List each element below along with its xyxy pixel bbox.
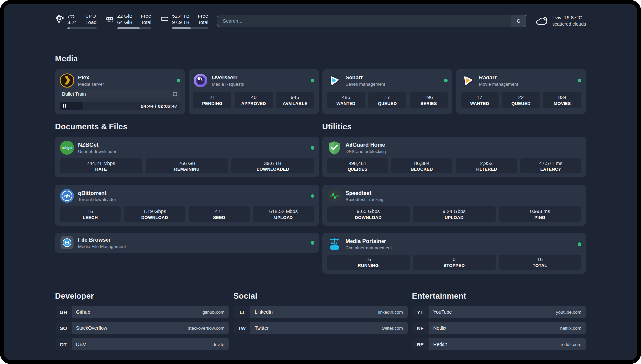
stat-value: 9.24 Gbps xyxy=(443,208,466,214)
bookmark-abbr: NF xyxy=(412,322,429,334)
bookmark-netflix[interactable]: NF Netflix netflix.com xyxy=(412,322,586,334)
disk-free-value: 52.4 TB xyxy=(172,13,189,19)
app-subtitle: Usenet downloader xyxy=(78,149,116,154)
plex-card[interactable]: Plex Media server Bullet Train xyxy=(55,69,185,114)
speedtest-icon xyxy=(327,189,342,203)
cpu-widget: 7% 3.24 CPU Load xyxy=(55,13,97,29)
stat-label: LATENCY xyxy=(540,167,561,172)
stat-label: RUNNING xyxy=(358,263,379,268)
ram-total-value: 64 GiB xyxy=(117,19,133,25)
app-subtitle: Media server xyxy=(78,81,104,87)
bookmark-youtube[interactable]: YT YouTube youtube.com xyxy=(412,306,586,318)
playback-time: 24:44 / 02:06:47 xyxy=(141,103,177,109)
utilities-section-title: Utilities xyxy=(322,122,586,131)
app-subtitle: Media Requests xyxy=(212,81,244,87)
filebrowser-icon xyxy=(60,235,74,250)
dashboard: 7% 3.24 CPU Load xyxy=(4,4,637,360)
stat-label: LEECH xyxy=(83,215,98,220)
bookmark-url: github.com xyxy=(202,310,224,315)
stat-box: 196 SERIES xyxy=(410,92,447,108)
stat-label: SERIES xyxy=(420,101,437,106)
disk-total-label: Total xyxy=(198,19,208,25)
stat-value: 40 xyxy=(251,94,257,100)
developer-bookmarks: Developer GH Github github.com SO StackO… xyxy=(55,291,229,354)
ram-progress-fill xyxy=(117,27,140,29)
bookmark-twitter[interactable]: TW Twitter twitter.com xyxy=(233,322,407,334)
stat-value: 86,384 xyxy=(414,160,430,166)
stat-label: WANTED xyxy=(336,101,355,106)
app-subtitle: DNS and adblocking xyxy=(346,149,386,154)
topbar-divider xyxy=(55,34,586,34)
cpu-load-label: Load xyxy=(85,19,96,25)
disk-widget: 52.4 TB 97.9 TB Free Total xyxy=(160,13,208,29)
radarr-card[interactable]: Radarr Movie management 17 WANTED 22 QUE… xyxy=(456,69,586,114)
bookmark-name: Github xyxy=(76,309,90,315)
qbittorrent-card[interactable]: qb qBittorrent Torrent downloader 16 LEE… xyxy=(55,185,319,226)
status-dot xyxy=(311,146,314,150)
stat-label: REMAINING xyxy=(174,167,199,172)
bookmark-linkedin[interactable]: LI LinkedIn linkedin.com xyxy=(233,306,407,318)
bookmark-dev[interactable]: DT DEV dev.to xyxy=(55,338,229,350)
stat-label: PING xyxy=(534,215,545,220)
filebrowser-card[interactable]: File Browser Media File Management xyxy=(55,233,319,253)
app-name: qBittorrent xyxy=(78,190,116,196)
stat-box: 498,461 QUERIES xyxy=(327,158,388,173)
bookmark-abbr: SO xyxy=(55,322,72,334)
nzbget-card[interactable]: nzbget NZBGet Usenet downloader 744.21 M… xyxy=(55,136,319,177)
disk-progress-bar xyxy=(172,27,208,29)
stat-box: 834 MOVIES xyxy=(543,92,581,108)
stat-value: 618.52 Mbps xyxy=(269,208,298,214)
stat-label: WANTED xyxy=(470,101,489,106)
stat-box: 21 PENDING xyxy=(193,92,231,108)
overseerr-icon xyxy=(193,73,208,88)
stat-label: SEED xyxy=(213,215,225,220)
stat-value: 17 xyxy=(384,94,390,100)
stat-label: PENDING xyxy=(202,101,222,106)
cpu-progress-bar xyxy=(67,27,97,29)
stat-label: STOPPED xyxy=(443,263,465,268)
ram-icon xyxy=(105,14,114,23)
stat-box: 47.571 ms LATENCY xyxy=(520,158,581,173)
stat-box: 9.65 Gbps DOWNLOAD xyxy=(327,206,410,222)
search-engine-button[interactable]: G xyxy=(511,15,526,27)
stat-box: 16 RUNNING xyxy=(327,255,410,270)
bookmark-abbr: GH xyxy=(55,306,72,318)
svg-text:nzbget: nzbget xyxy=(62,146,73,150)
stat-box: 16 LEECH xyxy=(60,206,121,222)
disk-progress-fill xyxy=(172,27,191,29)
bookmark-name: StackOverflow xyxy=(76,325,107,331)
sonarr-icon xyxy=(327,73,342,88)
stat-value: 0 xyxy=(453,257,455,262)
stat-box: 40 APPROVED xyxy=(235,92,273,108)
bookmark-github[interactable]: GH Github github.com xyxy=(55,306,229,318)
ram-free-value: 22 GiB xyxy=(117,13,133,19)
ram-progress-bar xyxy=(117,27,152,29)
stat-value: 2,953 xyxy=(480,160,493,166)
bookmark-url: linkedin.com xyxy=(378,310,403,315)
status-dot xyxy=(311,79,314,82)
bookmark-url: reddit.com xyxy=(561,342,581,347)
bookmark-name: YouTube xyxy=(433,309,452,315)
playback-progress-track: 24:44 / 02:06:47 xyxy=(60,102,180,110)
overseerr-card[interactable]: Overseerr Media Requests 21 PENDING 40 A… xyxy=(189,69,319,114)
status-dot xyxy=(311,241,314,245)
search-input[interactable] xyxy=(217,15,511,27)
app-name: Media Portainer xyxy=(346,238,392,244)
stat-label: RATE xyxy=(95,167,107,172)
stat-value: 196 xyxy=(425,94,433,100)
stat-label: DOWNLOAD xyxy=(355,215,382,220)
speedtest-card[interactable]: Speedtest Speedtest Tracking 9.65 Gbps D… xyxy=(322,185,586,226)
developer-section-title: Developer xyxy=(55,291,229,301)
cloud-icon xyxy=(535,15,549,27)
stat-box: 39.6 TB DOWNLOADED xyxy=(231,158,314,173)
bookmark-reddit[interactable]: RE Reddit reddit.com xyxy=(412,338,586,350)
adguard-icon xyxy=(327,140,342,155)
bookmark-stackoverflow[interactable]: SO StackOverflow stackoverflow.com xyxy=(55,322,229,334)
sonarr-card[interactable]: Sonarr Series management 485 WANTED 17 Q… xyxy=(322,69,452,114)
pause-icon[interactable] xyxy=(63,104,64,108)
stat-value: 0.993 ms xyxy=(530,208,550,214)
gear-icon[interactable] xyxy=(172,91,178,97)
stat-box: 618.52 Mbps UPLOAD xyxy=(253,206,314,222)
portainer-card[interactable]: Media Portainer Container management 16 … xyxy=(322,233,586,274)
adguard-card[interactable]: AdGuard Home DNS and adblocking 498,461 … xyxy=(322,136,586,177)
